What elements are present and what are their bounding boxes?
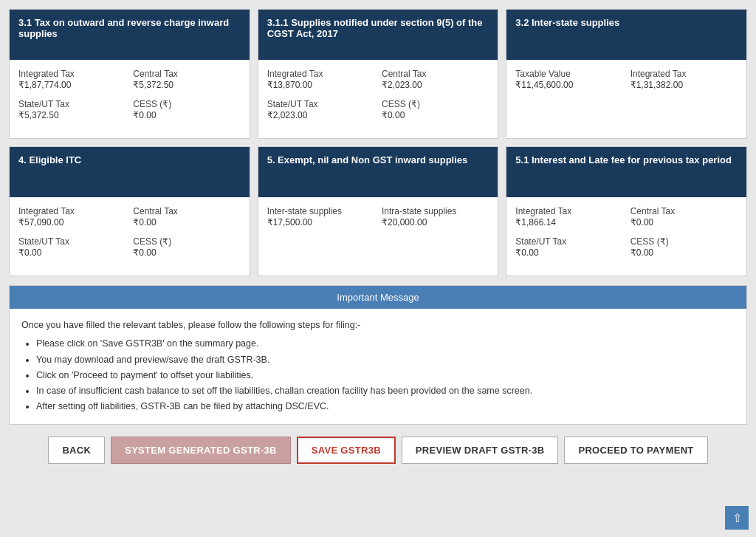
card-3-1-1-label-2: State/UT Tax bbox=[267, 99, 374, 109]
card-4-left-col: Integrated Tax₹57,090.00State/UT Tax₹0.0… bbox=[18, 206, 126, 267]
card-3-1-value-3: ₹0.00 bbox=[133, 110, 240, 120]
card-5-1-value-3: ₹0.00 bbox=[630, 247, 738, 258]
card-3-2-value-1: ₹1,31,382.00 bbox=[630, 80, 738, 90]
card-5-field-1: Intra-state supplies₹20,000.00 bbox=[382, 206, 489, 232]
card-5-1-body: Integrated Tax₹1,866.14State/UT Tax₹0.00… bbox=[506, 197, 746, 276]
card-5-1-grid: Integrated Tax₹1,866.14State/UT Tax₹0.00… bbox=[515, 206, 738, 267]
card-3-1-1-right-col: Central Tax₹2,023.00CESS (₹)₹0.00 bbox=[382, 69, 489, 129]
card-3-2-label-1: Integrated Tax bbox=[630, 69, 738, 79]
preview-draft-button[interactable]: PREVIEW DRAFT GSTR-3B bbox=[402, 437, 559, 464]
card-5-value-0: ₹17,500.00 bbox=[267, 217, 374, 228]
card-5-1-label-3: CESS (₹) bbox=[630, 236, 738, 247]
card-4: 4. Eligible ITCIntegrated Tax₹57,090.00S… bbox=[9, 146, 250, 276]
card-3-2-value-0: ₹11,45,600.00 bbox=[515, 80, 622, 90]
card-4-label-1: Central Tax bbox=[133, 206, 240, 216]
save-gstr3b-button[interactable]: SAVE GSTR3B bbox=[297, 437, 396, 464]
card-3-2-field-0: Taxable Value₹11,45,600.00 bbox=[515, 69, 622, 95]
card-3-1-1-grid: Integrated Tax₹13,870.00State/UT Tax₹2,0… bbox=[267, 69, 489, 129]
card-3-1-1-header: 3.1.1 Supplies notified under section 9(… bbox=[258, 10, 498, 60]
footer-buttons: BACK SYSTEM GENERATED GSTR-3B SAVE GSTR3… bbox=[9, 425, 747, 470]
card-5-1-value-0: ₹1,866.14 bbox=[515, 217, 622, 228]
card-row-1: 3.1 Tax on outward and reverse charge in… bbox=[9, 9, 747, 139]
system-generated-button[interactable]: SYSTEM GENERATED GSTR-3B bbox=[111, 437, 291, 464]
card-3-1-value-2: ₹5,372.50 bbox=[18, 110, 126, 120]
card-5-1-label-0: Integrated Tax bbox=[515, 206, 622, 216]
card-5-1-field-3: CESS (₹)₹0.00 bbox=[630, 236, 738, 262]
card-4-label-0: Integrated Tax bbox=[18, 206, 126, 216]
card-3-1-1-field-1: Central Tax₹2,023.00 bbox=[382, 69, 489, 95]
card-4-grid: Integrated Tax₹57,090.00State/UT Tax₹0.0… bbox=[18, 206, 241, 267]
card-3-2-label-0: Taxable Value bbox=[515, 69, 622, 79]
card-3-1-1: 3.1.1 Supplies notified under section 9(… bbox=[258, 9, 499, 139]
card-5-1-field-1: Central Tax₹0.00 bbox=[630, 206, 738, 232]
card-3-1-label-3: CESS (₹) bbox=[133, 99, 240, 109]
card-3-1-value-0: ₹1,87,774.00 bbox=[18, 80, 126, 90]
card-3-1-1-value-2: ₹2,023.00 bbox=[267, 110, 374, 120]
card-3-1-label-0: Integrated Tax bbox=[18, 69, 126, 79]
card-3-2-header: 3.2 Inter-state supplies bbox=[506, 10, 746, 60]
card-5-field-0: Inter-state supplies₹17,500.00 bbox=[267, 206, 374, 232]
card-3-1-1-label-3: CESS (₹) bbox=[382, 99, 489, 109]
card-3-1-value-1: ₹5,372.50 bbox=[133, 80, 240, 90]
card-3-1-1-field-0: Integrated Tax₹13,870.00 bbox=[267, 69, 374, 95]
card-5-right-col: Intra-state supplies₹20,000.00 bbox=[382, 206, 489, 241]
card-4-label-2: State/UT Tax bbox=[18, 236, 126, 247]
card-3-1: 3.1 Tax on outward and reverse charge in… bbox=[9, 9, 250, 139]
important-message-list: Please click on 'Save GSTR3B' on the sum… bbox=[36, 336, 735, 414]
card-3-1-label-1: Central Tax bbox=[133, 69, 240, 79]
proceed-to-payment-button[interactable]: PROCEED TO PAYMENT bbox=[564, 437, 707, 464]
important-message-header: Important Message bbox=[10, 286, 746, 309]
card-4-value-2: ₹0.00 bbox=[18, 247, 126, 258]
card-5-label-1: Intra-state supplies bbox=[382, 206, 489, 216]
card-5-1-value-2: ₹0.00 bbox=[515, 247, 622, 258]
card-3-2-field-1: Integrated Tax₹1,31,382.00 bbox=[630, 69, 738, 95]
card-3-2-body: Taxable Value₹11,45,600.00Integrated Tax… bbox=[506, 60, 746, 112]
card-5-1-field-0: Integrated Tax₹1,866.14 bbox=[515, 206, 622, 232]
card-3-1-1-left-col: Integrated Tax₹13,870.00State/UT Tax₹2,0… bbox=[267, 69, 374, 129]
card-4-value-1: ₹0.00 bbox=[133, 217, 240, 228]
important-message-box: Important Message Once you have filled t… bbox=[9, 285, 747, 425]
card-5-1-label-1: Central Tax bbox=[630, 206, 738, 216]
card-3-1-right-col: Central Tax₹5,372.50CESS (₹)₹0.00 bbox=[133, 69, 240, 129]
card-3-1-field-2: State/UT Tax₹5,372.50 bbox=[18, 99, 126, 125]
card-5-1-right-col: Central Tax₹0.00CESS (₹)₹0.00 bbox=[630, 206, 738, 267]
card-4-label-3: CESS (₹) bbox=[133, 236, 240, 247]
card-5-1-label-2: State/UT Tax bbox=[515, 236, 622, 247]
main-container: 3.1 Tax on outward and reverse charge in… bbox=[0, 0, 756, 479]
card-5-grid: Inter-state supplies₹17,500.00Intra-stat… bbox=[267, 206, 489, 241]
important-message-point-3: In case of insufficient cash balance to … bbox=[36, 383, 735, 399]
card-5-left-col: Inter-state supplies₹17,500.00 bbox=[267, 206, 374, 241]
card-row-2: 4. Eligible ITCIntegrated Tax₹57,090.00S… bbox=[9, 146, 747, 276]
card-5: 5. Exempt, nil and Non GST inward suppli… bbox=[258, 146, 499, 276]
card-4-body: Integrated Tax₹57,090.00State/UT Tax₹0.0… bbox=[10, 197, 250, 276]
card-4-value-0: ₹57,090.00 bbox=[18, 217, 126, 228]
important-message-point-1: You may download and preview/save the dr… bbox=[36, 352, 735, 368]
card-5-header: 5. Exempt, nil and Non GST inward suppli… bbox=[258, 147, 498, 197]
card-4-right-col: Central Tax₹0.00CESS (₹)₹0.00 bbox=[133, 206, 240, 267]
card-4-field-0: Integrated Tax₹57,090.00 bbox=[18, 206, 126, 232]
card-4-header: 4. Eligible ITC bbox=[10, 147, 250, 197]
card-3-1-field-0: Integrated Tax₹1,87,774.00 bbox=[18, 69, 126, 95]
card-4-value-3: ₹0.00 bbox=[133, 247, 240, 258]
card-3-1-1-value-3: ₹0.00 bbox=[382, 110, 489, 120]
card-3-2: 3.2 Inter-state suppliesTaxable Value₹11… bbox=[506, 9, 747, 139]
card-5-body: Inter-state supplies₹17,500.00Intra-stat… bbox=[258, 197, 498, 250]
card-3-2-left-col: Taxable Value₹11,45,600.00 bbox=[515, 69, 622, 103]
card-5-1-value-1: ₹0.00 bbox=[630, 217, 738, 228]
card-3-1-field-3: CESS (₹)₹0.00 bbox=[133, 99, 240, 125]
card-3-1-left-col: Integrated Tax₹1,87,774.00State/UT Tax₹5… bbox=[18, 69, 126, 129]
card-3-1-label-2: State/UT Tax bbox=[18, 99, 126, 109]
card-5-label-0: Inter-state supplies bbox=[267, 206, 374, 216]
card-3-1-1-field-2: State/UT Tax₹2,023.00 bbox=[267, 99, 374, 125]
card-5-value-1: ₹20,000.00 bbox=[382, 217, 489, 228]
card-5-1: 5.1 Interest and Late fee for previous t… bbox=[506, 146, 747, 276]
card-4-field-1: Central Tax₹0.00 bbox=[133, 206, 240, 232]
card-3-1-grid: Integrated Tax₹1,87,774.00State/UT Tax₹5… bbox=[18, 69, 241, 129]
card-3-1-1-value-0: ₹13,870.00 bbox=[267, 80, 374, 90]
card-5-1-field-2: State/UT Tax₹0.00 bbox=[515, 236, 622, 262]
back-button[interactable]: BACK bbox=[48, 437, 105, 464]
important-message-intro: Once you have filled the relevant tables… bbox=[21, 318, 735, 333]
card-3-2-right-col: Integrated Tax₹1,31,382.00 bbox=[630, 69, 738, 103]
card-4-field-3: CESS (₹)₹0.00 bbox=[133, 236, 240, 262]
card-3-1-1-label-1: Central Tax bbox=[382, 69, 489, 79]
